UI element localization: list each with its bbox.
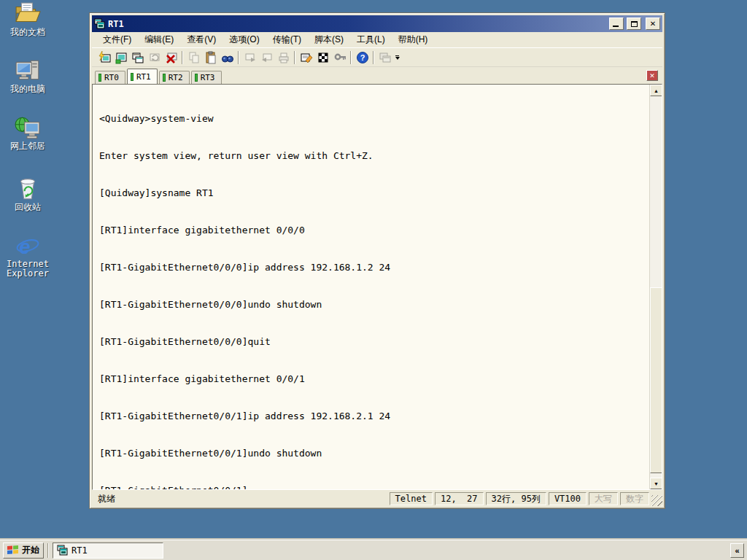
reconnect-icon[interactable]: [146, 50, 163, 66]
status-caps-lock: 大写: [589, 492, 618, 505]
recycle-bin-icon: [15, 175, 41, 201]
menu-help[interactable]: 帮助(H): [392, 31, 435, 48]
windows-logo-icon: [7, 545, 19, 555]
status-cursor-position: 12, 27: [435, 492, 484, 505]
connect-in-tab-icon[interactable]: [129, 50, 146, 66]
tab-rt3[interactable]: RT3: [191, 71, 222, 84]
maximize-button[interactable]: [627, 18, 641, 30]
terminal-line: [RT1-GigabitEthernet0/0/0]undo shutdown: [99, 298, 647, 311]
scroll-down-button[interactable]: ▼: [650, 478, 662, 489]
network-places-icon: [15, 115, 41, 140]
quick-connect-icon[interactable]: [96, 50, 112, 66]
tab-rt1[interactable]: RT1: [127, 69, 158, 84]
menu-view[interactable]: 查看(V): [180, 31, 222, 48]
terminal-line: [RT1-GigabitEthernet0/0/1]: [99, 484, 647, 490]
toolbar-separator: [373, 51, 374, 64]
arrow-up-icon: ▲: [654, 88, 659, 93]
task-button-label: RT1: [71, 545, 88, 556]
print-icon[interactable]: [275, 50, 292, 66]
minimize-icon: [613, 26, 619, 27]
desktop-icon-label: 网上邻居: [4, 141, 52, 151]
keygen-icon[interactable]: [331, 50, 348, 66]
desktop-icon-label: 我的电脑: [4, 85, 52, 94]
desktop-icon-my-computer[interactable]: 我的电脑: [4, 58, 52, 94]
properties-icon[interactable]: [298, 50, 314, 66]
resize-grip[interactable]: [651, 495, 662, 506]
menu-tools[interactable]: 工具(L): [350, 31, 392, 48]
terminal-line: [RT1]interface gigabitethernet 0/0/1: [99, 373, 647, 385]
system-tray: «: [730, 543, 744, 558]
menu-options[interactable]: 选项(O): [222, 31, 266, 48]
connected-indicator: [195, 74, 198, 82]
status-num-lock: 数字: [620, 492, 649, 505]
taskbar: 开始 RT1 «: [0, 540, 747, 560]
svg-text:?: ?: [360, 53, 365, 62]
scroll-up-button[interactable]: ▲: [650, 85, 662, 96]
menu-file[interactable]: 文件(F): [96, 31, 138, 48]
window-titlebar[interactable]: RT1 ✕: [92, 15, 662, 32]
toolbar: ?: [92, 47, 662, 67]
terminal-window: RT1 ✕ 文件(F) 编辑(E) 查看(V) 选项(O) 传输(T) 脚本(S…: [89, 12, 665, 509]
task-button-rt1[interactable]: RT1: [53, 542, 163, 559]
close-x-icon: ✕: [649, 72, 655, 79]
chevron-left-double-icon: «: [735, 546, 739, 555]
status-protocol: Telnet: [390, 492, 433, 505]
terminal-line: [RT1-GigabitEthernet0/0/1]ip address 192…: [99, 410, 647, 422]
terminal-line: [Quidway]sysname RT1: [99, 187, 647, 199]
internet-explorer-icon: e: [15, 235, 41, 258]
my-computer-icon: [15, 58, 41, 83]
desktop-icon-my-documents[interactable]: 我的文档: [4, 1, 52, 37]
disconnect-icon[interactable]: [163, 50, 179, 66]
terminal-line: [RT1-GigabitEthernet0/0/1]undo shutdown: [99, 447, 647, 459]
vertical-scrollbar[interactable]: ▲ ▼: [649, 85, 662, 489]
receive-file-icon[interactable]: [258, 50, 275, 66]
menu-bar: 文件(F) 编辑(E) 查看(V) 选项(O) 传输(T) 脚本(S) 工具(L…: [92, 32, 662, 47]
session-window-icon: [94, 18, 105, 29]
terminal-line: [RT1-GigabitEthernet0/0/0]quit: [99, 335, 647, 348]
status-emulation: VT100: [549, 492, 587, 505]
connect-icon[interactable]: [112, 50, 129, 66]
tab-close-button[interactable]: ✕: [646, 70, 658, 81]
terminal-screen[interactable]: <Quidway>system-view Enter system view, …: [92, 84, 662, 490]
connected-indicator: [163, 74, 166, 82]
toolbar-separator: [350, 51, 352, 64]
session-tab-bar: RT0 RT1 RT2 RT3 ✕: [92, 67, 662, 84]
toolbar-separator: [294, 51, 295, 64]
desktop-icon-recycle-bin[interactable]: 回收站: [4, 175, 52, 212]
overflow-bar-icon: [395, 55, 399, 56]
help-icon[interactable]: ?: [354, 50, 371, 66]
scrollbar-thumb[interactable]: [650, 287, 662, 473]
terminal-output: <Quidway>system-view Enter system view, …: [99, 88, 647, 490]
session-options-icon[interactable]: [314, 50, 331, 66]
menu-script[interactable]: 脚本(S): [308, 31, 350, 48]
paste-icon[interactable]: [202, 50, 219, 66]
desktop-icon-label: 回收站: [4, 203, 52, 212]
tab-label: RT3: [201, 73, 215, 82]
tab-label: RT1: [136, 72, 151, 82]
tab-rt2[interactable]: RT2: [159, 71, 190, 84]
tab-rt0[interactable]: RT0: [95, 71, 125, 84]
find-icon[interactable]: [219, 50, 236, 66]
desktop-icon-network-places[interactable]: 网上邻居: [4, 115, 52, 151]
status-ready: 就绪: [93, 493, 387, 505]
toolbar-overflow-button[interactable]: [393, 50, 401, 66]
menu-transfer[interactable]: 传输(T): [266, 31, 308, 48]
copy-icon[interactable]: [185, 50, 202, 66]
svg-text:e: e: [19, 236, 30, 258]
terminal-line: Enter system view, return user view with…: [99, 149, 647, 162]
toolbar-separator: [238, 51, 239, 64]
start-button[interactable]: 开始: [3, 542, 44, 559]
desktop-icon-label: 我的文档: [4, 28, 52, 37]
desktop-icon-internet-explorer[interactable]: e Internet Explorer: [4, 235, 52, 279]
window-title: RT1: [108, 19, 606, 29]
session-window-icon: [57, 545, 68, 556]
close-button[interactable]: ✕: [646, 18, 660, 30]
send-file-icon[interactable]: [241, 50, 258, 66]
tab-label: RT0: [104, 73, 119, 82]
minimize-button[interactable]: [609, 18, 624, 30]
tray-collapse-button[interactable]: «: [730, 543, 744, 558]
start-label: 开始: [22, 544, 39, 556]
menu-edit[interactable]: 编辑(E): [138, 31, 180, 48]
cascade-windows-icon[interactable]: [376, 50, 393, 66]
maximize-icon: [631, 21, 638, 27]
